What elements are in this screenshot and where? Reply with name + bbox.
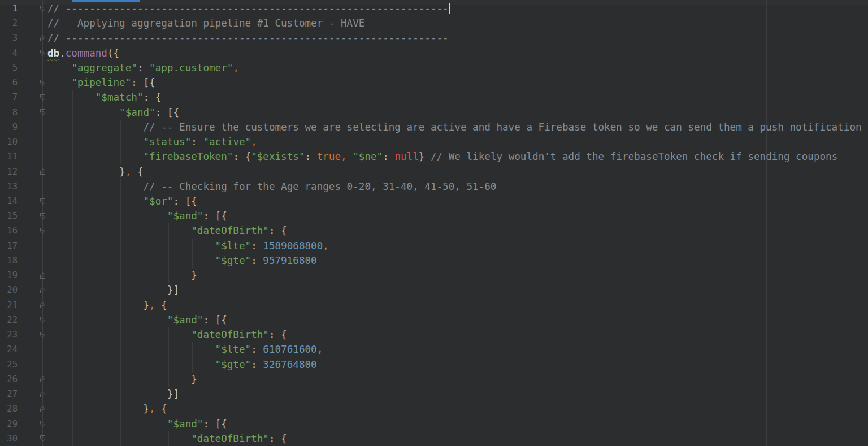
code-line-text[interactable]: db.command({ (47, 46, 119, 60)
fold-collapse-icon[interactable] (39, 5, 46, 12)
fold-collapse-icon[interactable] (39, 213, 46, 220)
fold-collapse-icon[interactable] (39, 49, 46, 57)
code-line[interactable]: 27 }] (0, 387, 868, 401)
code-line-text[interactable]: }, { (47, 164, 143, 179)
fold-end-icon[interactable] (39, 34, 46, 42)
fold-end-icon[interactable] (39, 272, 46, 279)
code-line-text[interactable]: "aggregate": "app.customer", (47, 60, 239, 75)
code-line-text[interactable]: }] (47, 283, 179, 297)
code-line-text[interactable]: "dateOfBirth": { (47, 327, 287, 342)
code-line[interactable]: 25 "$gte": 326764800 (0, 357, 868, 372)
fold-collapse-icon[interactable] (39, 198, 46, 205)
code-line-text[interactable]: "$and": [{ (47, 313, 227, 327)
code-line-text[interactable]: // -------------------------------------… (47, 1, 449, 16)
fold-end-icon[interactable] (39, 405, 46, 413)
code-line[interactable]: 19 } (0, 268, 868, 283)
code-line[interactable]: 14 "$or": [{ (0, 194, 868, 209)
fold-end-icon[interactable] (39, 375, 46, 383)
code-line-text[interactable]: "dateOfBirth": { (47, 223, 287, 238)
fold-collapse-icon[interactable] (39, 435, 46, 442)
code-line[interactable]: 22 "$and": [{ (0, 313, 868, 327)
text-caret (449, 3, 450, 14)
code-line[interactable]: 13 // -- Checking for the Age ranges 0-2… (0, 179, 868, 194)
code-line[interactable]: 28 }, { (0, 401, 868, 416)
code-line[interactable]: 6 "pipeline": [{ (0, 75, 868, 90)
code-line[interactable]: 5 "aggregate": "app.customer", (0, 60, 868, 75)
code-line[interactable]: 24 "$lte": 610761600, (0, 342, 868, 357)
code-line[interactable]: 8 "$and": [{ (0, 105, 868, 120)
fold-collapse-icon[interactable] (39, 316, 46, 323)
code-line[interactable]: 20 }] (0, 283, 868, 297)
fold-collapse-icon[interactable] (39, 79, 46, 86)
fold-collapse-icon[interactable] (39, 94, 46, 101)
line-number: 1 (0, 1, 18, 16)
line-number: 15 (0, 209, 18, 223)
line-number: 13 (0, 179, 18, 194)
line-number: 8 (0, 105, 18, 120)
code-line[interactable]: 3// ------------------------------------… (0, 31, 868, 45)
line-number: 30 (0, 431, 18, 446)
line-number: 7 (0, 90, 18, 105)
code-line-text[interactable]: "$or": [{ (47, 194, 197, 209)
line-number: 4 (0, 46, 18, 60)
fold-collapse-icon[interactable] (39, 331, 46, 339)
code-line-text[interactable]: "$gte": 957916800 (47, 253, 317, 268)
code-line[interactable]: 7 "$match": { (0, 90, 868, 105)
code-line-text[interactable]: "status": "active", (47, 135, 257, 149)
line-number: 23 (0, 327, 18, 342)
code-line-text[interactable]: // Applying aggregation pipeline #1 Cust… (47, 16, 364, 31)
code-line-text[interactable]: "$lte": 610761600, (47, 342, 323, 357)
fold-end-icon[interactable] (39, 391, 46, 398)
code-line-text[interactable]: }, { (47, 298, 167, 313)
line-number: 19 (0, 268, 18, 283)
fold-collapse-icon[interactable] (39, 109, 46, 116)
line-number: 20 (0, 283, 18, 297)
code-line[interactable]: 23 "dateOfBirth": { (0, 327, 868, 342)
code-line-text[interactable]: }, { (47, 401, 167, 416)
line-number: 28 (0, 401, 18, 416)
code-line-text[interactable]: // -- Ensure the customers we are select… (47, 120, 862, 135)
code-line-text[interactable]: "$lte": 1589068800, (47, 239, 329, 253)
line-number: 17 (0, 239, 18, 253)
fold-collapse-icon[interactable] (39, 227, 46, 235)
code-line[interactable]: 18 "$gte": 957916800 (0, 253, 868, 268)
code-line-text[interactable]: // -- Checking for the Age ranges 0-20, … (47, 179, 496, 194)
code-line[interactable]: 11 "firebaseToken": {"$exists": true, "$… (0, 149, 868, 164)
code-line[interactable]: 10 "status": "active", (0, 135, 868, 149)
code-line[interactable]: 30 "dateOfBirth": { (0, 431, 868, 446)
code-line[interactable]: 9 // -- Ensure the customers we are sele… (0, 120, 868, 135)
code-line[interactable]: 26 } (0, 372, 868, 387)
fold-end-icon[interactable] (39, 301, 46, 309)
fold-end-icon[interactable] (39, 168, 46, 175)
code-line-text[interactable]: "$and": [{ (47, 417, 227, 431)
code-line-text[interactable]: "$and": [{ (47, 105, 179, 120)
code-line[interactable]: 1// ------------------------------------… (0, 1, 868, 16)
line-number: 14 (0, 194, 18, 209)
line-number: 22 (0, 313, 18, 327)
code-line-text[interactable]: "$gte": 326764800 (47, 357, 317, 372)
code-line[interactable]: 4db.command({ (0, 46, 868, 60)
line-number: 5 (0, 60, 18, 75)
code-line-text[interactable]: } (47, 372, 197, 387)
code-line-text[interactable]: "pipeline": [{ (47, 75, 155, 90)
code-line-text[interactable]: "$match": { (47, 90, 161, 105)
code-line[interactable]: 15 "$and": [{ (0, 209, 868, 223)
code-line[interactable]: 2// Applying aggregation pipeline #1 Cus… (0, 16, 868, 31)
code-line[interactable]: 21 }, { (0, 298, 868, 313)
fold-end-icon[interactable] (39, 287, 46, 294)
code-line[interactable]: 29 "$and": [{ (0, 417, 868, 431)
line-number: 18 (0, 253, 18, 268)
code-line[interactable]: 17 "$lte": 1589068800, (0, 239, 868, 253)
code-line-text[interactable]: "firebaseToken": {"$exists": true, "$ne"… (47, 149, 837, 164)
fold-collapse-icon[interactable] (39, 420, 46, 427)
code-line-text[interactable]: // -------------------------------------… (47, 31, 449, 45)
code-line[interactable]: 12 }, { (0, 164, 868, 179)
code-line-text[interactable]: } (47, 268, 197, 283)
code-line-text[interactable]: "$and": [{ (47, 209, 227, 223)
line-number: 6 (0, 75, 18, 90)
code-line-text[interactable]: "dateOfBirth": { (47, 431, 287, 446)
code-line-text[interactable]: }] (47, 387, 179, 401)
code-line[interactable]: 16 "dateOfBirth": { (0, 223, 868, 238)
line-number: 25 (0, 357, 18, 372)
line-number: 12 (0, 164, 18, 179)
